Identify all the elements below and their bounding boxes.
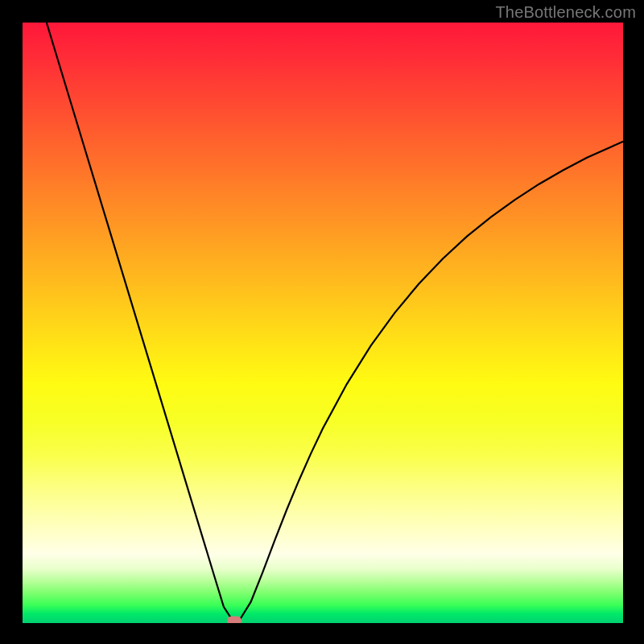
bottleneck-curve — [47, 23, 623, 621]
curve-svg — [23, 23, 623, 623]
attribution-text: TheBottleneck.com — [495, 3, 636, 22]
optimum-marker — [227, 617, 242, 623]
chart-plot-area — [23, 23, 623, 623]
chart-container: TheBottleneck.com — [0, 0, 644, 644]
